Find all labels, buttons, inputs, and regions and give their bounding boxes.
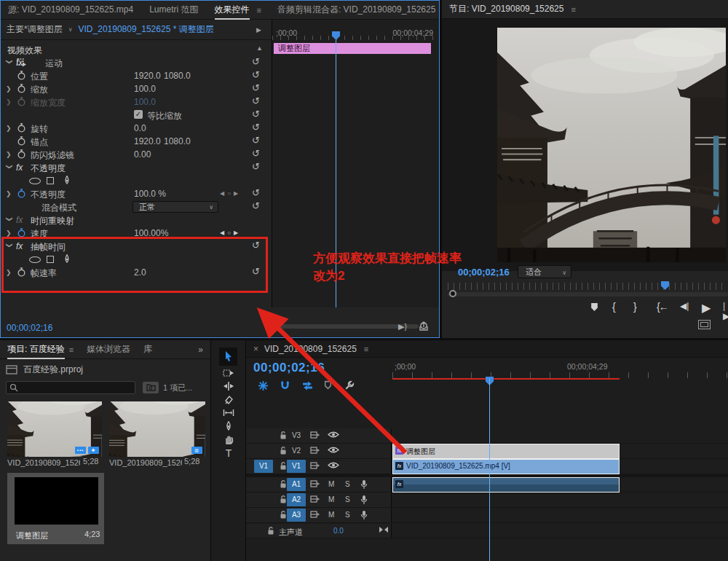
track-target-a1[interactable]: A1 [287, 478, 306, 491]
sync-lock-icon[interactable] [310, 446, 320, 455]
razor-tool[interactable] [220, 395, 237, 408]
clip-audio[interactable]: fx [392, 477, 620, 493]
slip-tool[interactable] [220, 408, 237, 421]
tab-libraries[interactable]: 库 [143, 343, 152, 356]
reset-icon[interactable]: ↺ [252, 95, 260, 106]
twirl-icon[interactable]: ❯ [6, 216, 13, 224]
search-input[interactable] [6, 381, 135, 394]
selection-tool[interactable] [219, 348, 237, 366]
reset-icon[interactable]: ↺ [252, 135, 260, 146]
usage-video-badge-icon[interactable]: ▪▪▪ [75, 447, 86, 454]
mute-button[interactable]: M [328, 495, 334, 503]
ellipse-mask-icon[interactable] [29, 178, 41, 184]
mark-out-button[interactable]: } [633, 301, 637, 313]
track-a2[interactable]: A2 M S [246, 493, 728, 508]
clip-adjustment-layer[interactable]: fx 调整图层 [392, 444, 620, 459]
solo-button[interactable]: S [345, 511, 350, 519]
type-tool[interactable]: T [220, 447, 237, 460]
program-video-frame[interactable] [497, 28, 726, 262]
track-master[interactable]: 主声道 0.0 [246, 524, 728, 538]
twirl-icon[interactable]: ❯ [6, 85, 13, 93]
panel-timecode[interactable]: 00;00;02;16 [7, 323, 52, 333]
tab-media-browser[interactable]: 媒体浏览器 [87, 343, 130, 356]
timeline-playhead-line[interactable] [489, 378, 490, 561]
reset-icon[interactable]: ↺ [252, 82, 260, 93]
sync-lock-icon[interactable] [310, 510, 320, 519]
program-mini-timeline[interactable] [448, 283, 724, 290]
twirl-icon[interactable]: ❯ [6, 164, 13, 171]
stopwatch-icon[interactable] [17, 149, 26, 159]
collapse-icon[interactable]: ▲ [256, 44, 263, 52]
export-frame-button[interactable] [698, 320, 711, 329]
track-visibility-eye-icon[interactable] [328, 431, 339, 439]
anchor-y-value[interactable]: 1080.0 [164, 136, 191, 146]
reset-icon[interactable]: ↺ [252, 69, 260, 80]
reset-icon[interactable]: ↺ [252, 56, 260, 67]
tab-effect-controls[interactable]: 效果控件 [215, 1, 250, 20]
reset-icon[interactable]: ↺ [252, 161, 260, 172]
pen-tool[interactable] [220, 421, 237, 434]
tab-audio-clip-mixer[interactable]: 音频剪辑混合器: VID_20190809_152625 [277, 4, 435, 16]
rect-mask-icon[interactable] [47, 177, 54, 184]
panel-menu-icon[interactable]: ≡ [571, 5, 575, 14]
breadcrumb-master[interactable]: 主要*调整图层 [7, 23, 63, 36]
reset-icon[interactable]: ↺ [252, 187, 260, 198]
reset-icon[interactable]: ↺ [252, 148, 260, 159]
anti-flicker-value[interactable]: 0.00 [134, 149, 151, 160]
stopwatch-icon[interactable] [17, 136, 26, 146]
voiceover-mic-icon[interactable] [360, 510, 368, 520]
stopwatch-icon[interactable] [17, 123, 26, 133]
play-button[interactable]: ▶ [702, 301, 711, 315]
timeline-settings-wrench-icon[interactable] [344, 380, 355, 391]
lock-icon[interactable] [266, 526, 275, 536]
effect-motion[interactable]: ❯ fx 运动 ↺ [1, 56, 272, 69]
param-blend-mode[interactable]: 混合模式 正常∨ ↺ [1, 200, 272, 213]
mute-button[interactable]: M [328, 480, 334, 488]
twirl-icon[interactable]: ❯ [6, 151, 13, 158]
reset-icon[interactable]: ↺ [252, 200, 260, 211]
add-marker-icon[interactable] [323, 380, 335, 391]
program-timecode[interactable]: 00;00;02;16 [458, 267, 510, 278]
tab-sequence[interactable]: VID_20190809_152625 [264, 344, 357, 354]
rotation-value[interactable]: 0.0 [134, 123, 146, 133]
ripple-edit-tool[interactable] [220, 381, 237, 394]
keyframe-bowtie-icon[interactable] [379, 526, 389, 533]
track-select-forward-tool[interactable] [220, 368, 237, 381]
item-name[interactable]: VID_20190809_1526... [109, 458, 182, 467]
effect-opacity-section[interactable]: ❯ fx 不透明度 ↺ [1, 161, 272, 174]
param-anchor-point[interactable]: 锚点 1920.0 1080.0 ↺ [1, 135, 272, 148]
breadcrumb-clip[interactable]: VID_20190809_152625 * 调整图层 [79, 23, 214, 36]
position-y-value[interactable]: 1080.0 [164, 71, 191, 81]
param-uniform-scale[interactable]: ✓ 等比缩放 ↺ [1, 109, 272, 122]
reset-icon[interactable]: ↺ [252, 109, 260, 119]
sync-lock-icon[interactable] [310, 431, 320, 439]
program-scrollbar[interactable] [448, 292, 728, 297]
stopwatch-icon[interactable] [17, 84, 26, 93]
timeline-ruler[interactable] [392, 372, 728, 378]
adjustment-layer-thumbnail[interactable] [15, 477, 98, 525]
play-arrow-icon[interactable]: ▶ [256, 26, 261, 34]
export-icon[interactable] [419, 321, 429, 332]
tab-project[interactable]: 项目: 百度经验 [7, 340, 65, 359]
source-patch-v1[interactable]: V1 [254, 460, 273, 473]
project-item-thumbnail[interactable]: ▥ [109, 401, 205, 457]
nest-sequence-icon[interactable] [258, 380, 269, 391]
mark-in-button[interactable]: { [612, 301, 616, 313]
pen-mask-icon[interactable] [63, 176, 71, 185]
clip-video[interactable]: fx VID_20190809_152625.mp4 [V] [392, 459, 620, 474]
track-target-v3[interactable]: V3 [287, 429, 306, 442]
keyframe-nav-icons[interactable]: ◀○▶ [220, 230, 250, 236]
item-name[interactable]: VID_20190809_1526... [7, 458, 80, 467]
blend-mode-dropdown[interactable]: 正常∨ [132, 201, 218, 213]
sync-lock-icon[interactable] [310, 495, 320, 503]
timeline-timecode[interactable]: 00;00;02;16 [253, 361, 325, 375]
scale-value[interactable]: 100.0 [134, 84, 156, 94]
param-scale[interactable]: ❯ 缩放 100.0 ↺ [1, 82, 272, 95]
stopwatch-icon-active[interactable] [17, 189, 26, 198]
video-effects-header[interactable]: 视频效果 ▲ [1, 43, 272, 56]
param-rotation[interactable]: ❯ 旋转 0.0 ↺ [1, 122, 272, 135]
step-back-button[interactable]: ◀| [680, 301, 689, 311]
track-v3[interactable]: V3 [246, 428, 728, 444]
track-target-a2[interactable]: A2 [287, 493, 306, 506]
close-icon[interactable]: × [253, 344, 258, 354]
